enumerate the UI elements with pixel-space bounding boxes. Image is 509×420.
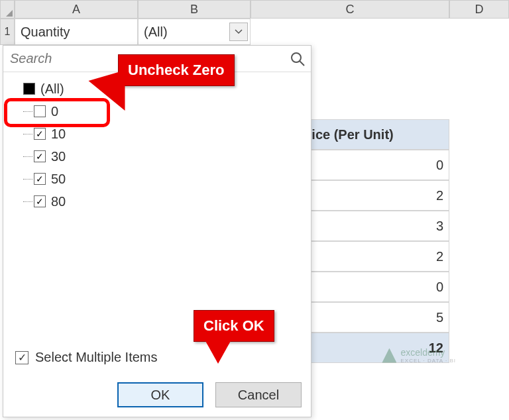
pivot-filter-field: Quantity <box>15 19 138 45</box>
watermark: exceldemy EXCEL · DATA · BI <box>382 347 456 364</box>
col-header-d[interactable]: D <box>449 0 509 19</box>
checkbox-checked-icon <box>15 351 28 364</box>
svg-point-0 <box>292 53 301 62</box>
filter-item-30[interactable]: 30 <box>10 145 304 168</box>
watermark-brand: exceldemy <box>400 347 445 358</box>
checkbox-checked-icon <box>34 150 46 162</box>
checkbox-checked-icon <box>34 173 46 185</box>
filter-item-label: 50 <box>51 172 66 187</box>
filter-item-80[interactable]: 80 <box>10 190 304 213</box>
callout-tail-icon <box>89 70 125 111</box>
select-all-corner[interactable] <box>0 0 15 19</box>
filter-item-label: (All) <box>40 81 64 97</box>
watermark-logo-icon <box>382 348 396 363</box>
col-header-c[interactable]: C <box>251 0 449 19</box>
select-multiple-items-checkbox[interactable]: Select Multiple Items <box>15 350 158 365</box>
select-multiple-label: Select Multiple Items <box>35 350 158 365</box>
cancel-button[interactable]: Cancel <box>215 382 302 407</box>
filter-item-50[interactable]: 50 <box>10 168 304 190</box>
col-header-a[interactable]: A <box>15 0 138 19</box>
checkbox-checked-icon <box>34 195 46 207</box>
col-header-b[interactable]: B <box>138 0 251 19</box>
filter-item-label: 80 <box>51 194 66 209</box>
checkbox-mixed-icon <box>23 83 35 95</box>
row-header-1[interactable]: 1 <box>0 19 15 45</box>
callout-click-ok: Click OK <box>194 310 274 342</box>
callout-text: Click OK <box>203 317 264 334</box>
watermark-sub: EXCEL · DATA · BI <box>400 358 456 364</box>
chevron-down-icon <box>235 29 243 34</box>
checkbox-checked-icon <box>34 128 46 140</box>
search-icon[interactable] <box>284 46 311 72</box>
filter-item-label: 10 <box>51 127 66 142</box>
callout-uncheck-zero: Uncheck Zero <box>118 54 235 86</box>
pivot-filter-dropdown-button[interactable] <box>229 23 248 41</box>
callout-text: Uncheck Zero <box>128 62 225 78</box>
callout-tail-icon <box>205 340 231 364</box>
filter-item-label: 30 <box>51 149 66 164</box>
svg-line-1 <box>300 61 304 66</box>
ok-button[interactable]: OK <box>117 382 203 407</box>
